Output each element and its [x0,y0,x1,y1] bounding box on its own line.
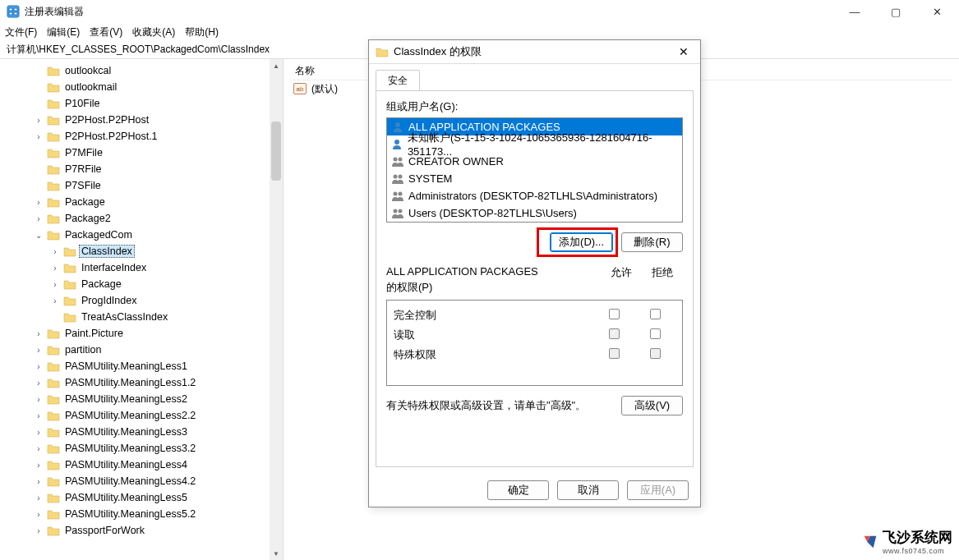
col-name[interactable]: 名称 [290,62,320,80]
user-list[interactable]: ALL APPLICATION PACKAGES未知帐户(S-1-15-3-10… [386,117,683,223]
folder-icon [47,213,60,224]
tree-item-pasmutility-meaningless5-2[interactable]: ›PASMUtility.MeaningLess5.2 [0,506,283,522]
menu-bar: 文件(F) 编辑(E) 查看(V) 收藏夹(A) 帮助(H) [0,23,959,41]
user-icon [390,139,404,150]
perm-name: 读取 [394,328,593,342]
folder-icon [63,311,76,323]
expand-icon[interactable]: › [33,526,44,535]
tree-item-partition[interactable]: ›partition [0,342,283,358]
tree-item-label: P10File [62,97,102,110]
folder-icon [47,410,60,421]
user-item-label: Users (DESKTOP-82TLHLS\Users) [408,207,577,219]
tree-item-pasmutility-meaningless2-2[interactable]: ›PASMUtility.MeaningLess2.2 [0,407,283,424]
group-icon [390,173,405,185]
user-item[interactable]: Users (DESKTOP-82TLHLS\Users) [387,204,682,222]
tree-item-paint-picture[interactable]: ›Paint.Picture [0,325,283,342]
menu-help[interactable]: 帮助(H) [185,25,219,39]
expand-icon[interactable]: › [49,264,61,273]
remove-button[interactable]: 删除(R) [621,232,683,252]
tree-item-p2phost-p2phost[interactable]: ›P2PHost.P2PHost [0,112,283,128]
tree-scrollbar[interactable]: ▲ ▼ [270,59,283,560]
tree-item-package[interactable]: ›Package [0,276,283,292]
tree-item-classindex[interactable]: ›ClassIndex [0,243,283,259]
svg-point-7 [394,157,398,161]
cancel-button[interactable]: 取消 [557,480,619,500]
expand-icon[interactable]: › [33,132,44,141]
menu-fav[interactable]: 收藏夹(A) [132,25,175,39]
expand-icon[interactable]: › [33,116,44,125]
checkbox-allow[interactable] [609,328,620,339]
tree-item-pasmutility-meaningless1[interactable]: ›PASMUtility.MeaningLess1 [0,358,283,374]
expand-icon[interactable]: › [33,362,44,371]
tree-item-packagedcom[interactable]: ⌄PackagedCom [0,227,283,243]
close-button[interactable]: ✕ [924,6,949,18]
tree-item-passportforwork[interactable]: ›PassportForWork [0,522,283,539]
scroll-down-icon[interactable]: ▼ [270,547,283,560]
tree-item-package[interactable]: ›Package [0,194,283,210]
tree-item-outlookcal[interactable]: outlookcal [0,62,283,79]
expand-icon[interactable]: › [49,280,61,289]
expand-icon[interactable]: › [33,411,44,420]
tree-item-pasmutility-meaningless5[interactable]: ›PASMUtility.MeaningLess5 [0,489,283,506]
advanced-button[interactable]: 高级(V) [621,396,683,415]
user-item[interactable]: 未知帐户(S-1-15-3-1024-1065365936-1281604716… [387,135,682,153]
expand-icon[interactable]: › [33,214,44,223]
tree-item-p7rfile[interactable]: P7RFile [0,161,283,177]
expand-icon[interactable]: › [49,296,61,305]
expand-icon[interactable]: › [33,346,44,355]
tree-item-package2[interactable]: ›Package2 [0,210,283,227]
tree-item-pasmutility-meaningless4[interactable]: ›PASMUtility.MeaningLess4 [0,457,283,473]
tab-security[interactable]: 安全 [376,70,420,91]
maximize-button[interactable]: ▢ [883,6,908,18]
collapse-icon[interactable]: ⌄ [33,231,44,240]
expand-icon[interactable]: › [33,379,44,388]
tree-item-progidindex[interactable]: ›ProgIdIndex [0,292,283,309]
expand-icon[interactable]: › [49,247,61,256]
menu-file[interactable]: 文件(F) [5,25,37,39]
menu-edit[interactable]: 编辑(E) [47,25,80,39]
expand-icon[interactable]: › [33,329,44,338]
expand-icon[interactable]: › [33,477,44,486]
folder-icon [47,475,60,487]
svg-point-12 [399,191,403,195]
tree-item-p2phost-p2phost-1[interactable]: ›P2PHost.P2PHost.1 [0,128,283,145]
expand-icon[interactable]: › [33,395,44,404]
tree-item-pasmutility-meaningless2[interactable]: ›PASMUtility.MeaningLess2 [0,391,283,407]
tree-item-interfaceindex[interactable]: ›InterfaceIndex [0,259,283,276]
checkbox-deny[interactable] [650,309,661,319]
tree-item-p7mfile[interactable]: P7MFile [0,145,283,161]
user-item[interactable]: Administrators (DESKTOP-82TLHLS\Administ… [387,187,682,204]
tree-item-p7sfile[interactable]: P7SFile [0,177,283,194]
checkbox-allow[interactable] [609,309,620,319]
perm-name: 完全控制 [394,308,593,323]
tree-item-pasmutility-meaningless3[interactable]: ›PASMUtility.MeaningLess3 [0,424,283,440]
tree-item-outlookmail[interactable]: outlookmail [0,79,283,95]
tree-item-pasmutility-meaningless4-2[interactable]: ›PASMUtility.MeaningLess4.2 [0,473,283,489]
watermark-logo-icon [861,533,879,551]
tree-item-treatasclassindex[interactable]: TreatAsClassIndex [0,309,283,325]
expand-icon[interactable]: › [33,428,44,437]
scroll-thumb[interactable] [271,122,281,181]
minimize-button[interactable]: — [842,6,867,18]
perm-row: 特殊权限 [394,345,675,365]
tree-item-label: PASMUtility.MeaningLess4.2 [62,475,198,488]
tree-item-label: PassportForWork [62,524,147,537]
apply-button[interactable]: 应用(A) [627,480,689,500]
dialog-close-button[interactable]: ✕ [674,45,694,58]
scroll-up-icon[interactable]: ▲ [270,59,283,72]
expand-icon[interactable]: › [33,461,44,470]
menu-view[interactable]: 查看(V) [90,25,122,39]
expand-icon[interactable]: › [33,510,44,519]
expand-icon[interactable]: › [33,198,44,207]
expand-icon[interactable]: › [33,493,44,503]
tree-item-p10file[interactable]: P10File [0,95,283,112]
user-item[interactable]: SYSTEM [387,170,682,187]
dialog-title-bar[interactable]: ClassIndex 的权限 ✕ [369,40,700,64]
expand-icon[interactable]: › [33,444,44,453]
tree-item-label: PASMUtility.MeaningLess3.2 [62,442,198,455]
ok-button[interactable]: 确定 [487,480,549,500]
tree-item-pasmutility-meaningless3-2[interactable]: ›PASMUtility.MeaningLess3.2 [0,440,283,457]
tree-item-pasmutility-meaningless1-2[interactable]: ›PASMUtility.MeaningLess1.2 [0,374,283,391]
add-button[interactable]: 添加(D)... [550,232,613,252]
checkbox-deny[interactable] [650,328,661,339]
